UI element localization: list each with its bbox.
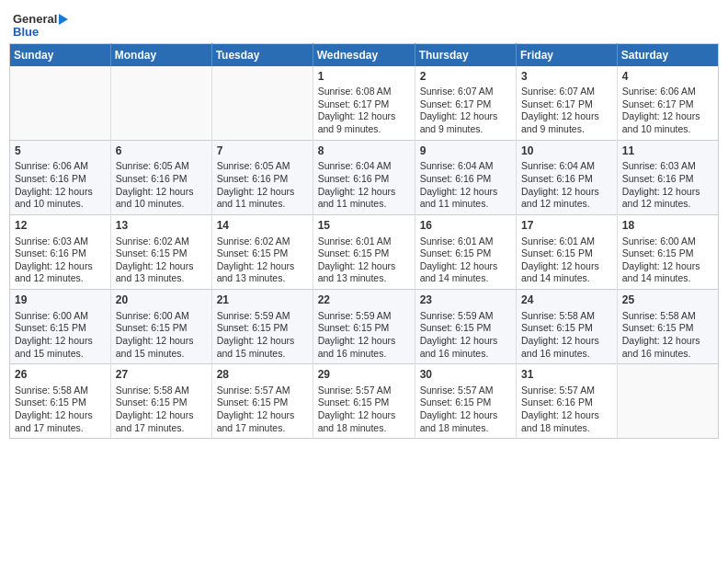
calendar-cell: 29Sunrise: 5:57 AM Sunset: 6:15 PM Dayli…	[313, 364, 415, 439]
day-number: 6	[116, 144, 207, 159]
calendar-cell: 28Sunrise: 5:57 AM Sunset: 6:15 PM Dayli…	[211, 364, 313, 439]
weekday-header-monday: Monday	[110, 43, 211, 66]
weekday-header-wednesday: Wednesday	[313, 43, 415, 66]
calendar-cell: 7Sunrise: 6:05 AM Sunset: 6:16 PM Daylig…	[211, 140, 313, 214]
calendar-week-row: 19Sunrise: 6:00 AM Sunset: 6:15 PM Dayli…	[10, 290, 719, 364]
day-number: 8	[318, 144, 410, 159]
day-number: 3	[521, 70, 612, 85]
day-info: Sunrise: 6:03 AM Sunset: 6:16 PM Dayligh…	[15, 236, 106, 286]
calendar-cell	[211, 66, 313, 141]
calendar-week-row: 26Sunrise: 5:58 AM Sunset: 6:15 PM Dayli…	[10, 364, 719, 439]
day-info: Sunrise: 6:06 AM Sunset: 6:16 PM Dayligh…	[15, 160, 106, 211]
calendar-cell: 31Sunrise: 5:57 AM Sunset: 6:16 PM Dayli…	[517, 364, 618, 439]
day-info: Sunrise: 5:58 AM Sunset: 6:15 PM Dayligh…	[116, 385, 207, 435]
day-number: 17	[521, 219, 612, 234]
day-number: 26	[15, 368, 106, 383]
calendar-cell: 2Sunrise: 6:07 AM Sunset: 6:17 PM Daylig…	[415, 66, 516, 141]
day-info: Sunrise: 5:57 AM Sunset: 6:15 PM Dayligh…	[420, 385, 511, 435]
day-info: Sunrise: 5:58 AM Sunset: 6:15 PM Dayligh…	[622, 310, 713, 361]
day-info: Sunrise: 6:04 AM Sunset: 6:16 PM Dayligh…	[521, 160, 612, 211]
calendar-cell: 23Sunrise: 5:59 AM Sunset: 6:15 PM Dayli…	[415, 290, 516, 364]
calendar-cell: 30Sunrise: 5:57 AM Sunset: 6:15 PM Dayli…	[415, 364, 516, 439]
calendar-cell: 4Sunrise: 6:06 AM Sunset: 6:17 PM Daylig…	[617, 66, 718, 141]
day-info: Sunrise: 6:04 AM Sunset: 6:16 PM Dayligh…	[420, 160, 511, 211]
day-number: 12	[15, 219, 106, 234]
day-number: 14	[217, 219, 308, 234]
page-header: General Blue	[9, 9, 719, 40]
calendar-cell: 9Sunrise: 6:04 AM Sunset: 6:16 PM Daylig…	[415, 140, 516, 214]
day-number: 25	[622, 293, 713, 308]
weekday-header-friday: Friday	[517, 43, 618, 66]
weekday-header-row: SundayMondayTuesdayWednesdayThursdayFrid…	[10, 43, 719, 66]
weekday-header-saturday: Saturday	[617, 43, 718, 66]
calendar-header: SundayMondayTuesdayWednesdayThursdayFrid…	[10, 43, 719, 66]
day-info: Sunrise: 6:01 AM Sunset: 6:15 PM Dayligh…	[420, 236, 511, 286]
day-number: 4	[622, 70, 713, 85]
calendar-table: SundayMondayTuesdayWednesdayThursdayFrid…	[9, 43, 719, 440]
calendar-week-row: 12Sunrise: 6:03 AM Sunset: 6:16 PM Dayli…	[10, 214, 719, 289]
calendar-cell: 24Sunrise: 5:58 AM Sunset: 6:15 PM Dayli…	[517, 290, 618, 364]
calendar-cell: 3Sunrise: 6:07 AM Sunset: 6:17 PM Daylig…	[517, 66, 618, 141]
day-info: Sunrise: 5:57 AM Sunset: 6:16 PM Dayligh…	[521, 385, 612, 435]
day-number: 11	[622, 144, 713, 159]
calendar-cell: 12Sunrise: 6:03 AM Sunset: 6:16 PM Dayli…	[10, 214, 111, 289]
title-block	[68, 9, 715, 11]
logo-text-blue: Blue	[13, 26, 39, 39]
logo-text-general: General	[13, 13, 57, 26]
day-info: Sunrise: 6:01 AM Sunset: 6:15 PM Dayligh…	[318, 236, 410, 286]
calendar-cell: 5Sunrise: 6:06 AM Sunset: 6:16 PM Daylig…	[10, 140, 111, 214]
day-info: Sunrise: 6:02 AM Sunset: 6:15 PM Dayligh…	[116, 236, 207, 286]
calendar-cell: 16Sunrise: 6:01 AM Sunset: 6:15 PM Dayli…	[415, 214, 516, 289]
day-info: Sunrise: 6:00 AM Sunset: 6:15 PM Dayligh…	[622, 236, 713, 286]
calendar-cell: 15Sunrise: 6:01 AM Sunset: 6:15 PM Dayli…	[313, 214, 415, 289]
calendar-cell: 19Sunrise: 6:00 AM Sunset: 6:15 PM Dayli…	[10, 290, 111, 364]
day-number: 22	[318, 293, 410, 308]
calendar-cell: 17Sunrise: 6:01 AM Sunset: 6:15 PM Dayli…	[517, 214, 618, 289]
day-info: Sunrise: 5:59 AM Sunset: 6:15 PM Dayligh…	[318, 310, 410, 361]
day-number: 5	[15, 144, 106, 159]
calendar-week-row: 1Sunrise: 6:08 AM Sunset: 6:17 PM Daylig…	[10, 66, 719, 141]
day-number: 1	[318, 70, 410, 85]
day-info: Sunrise: 5:58 AM Sunset: 6:15 PM Dayligh…	[521, 310, 612, 361]
calendar-cell: 8Sunrise: 6:04 AM Sunset: 6:16 PM Daylig…	[313, 140, 415, 214]
calendar-cell: 25Sunrise: 5:58 AM Sunset: 6:15 PM Dayli…	[617, 290, 718, 364]
weekday-header-sunday: Sunday	[10, 43, 111, 66]
day-number: 30	[420, 368, 511, 383]
day-info: Sunrise: 5:59 AM Sunset: 6:15 PM Dayligh…	[217, 310, 308, 361]
day-info: Sunrise: 6:08 AM Sunset: 6:17 PM Dayligh…	[318, 86, 410, 136]
day-info: Sunrise: 6:07 AM Sunset: 6:17 PM Dayligh…	[420, 86, 511, 136]
calendar-cell: 14Sunrise: 6:02 AM Sunset: 6:15 PM Dayli…	[211, 214, 313, 289]
day-number: 24	[521, 293, 612, 308]
weekday-header-thursday: Thursday	[415, 43, 516, 66]
day-info: Sunrise: 6:01 AM Sunset: 6:15 PM Dayligh…	[521, 236, 612, 286]
day-info: Sunrise: 5:57 AM Sunset: 6:15 PM Dayligh…	[318, 385, 410, 435]
day-info: Sunrise: 5:58 AM Sunset: 6:15 PM Dayligh…	[15, 385, 106, 435]
calendar-cell: 21Sunrise: 5:59 AM Sunset: 6:15 PM Dayli…	[211, 290, 313, 364]
day-number: 28	[217, 368, 308, 383]
day-number: 20	[116, 293, 207, 308]
calendar-cell: 13Sunrise: 6:02 AM Sunset: 6:15 PM Dayli…	[110, 214, 211, 289]
calendar-cell: 27Sunrise: 5:58 AM Sunset: 6:15 PM Dayli…	[110, 364, 211, 439]
calendar-week-row: 5Sunrise: 6:06 AM Sunset: 6:16 PM Daylig…	[10, 140, 719, 214]
day-number: 21	[217, 293, 308, 308]
calendar-cell	[10, 66, 111, 141]
day-number: 19	[15, 293, 106, 308]
logo: General Blue	[13, 13, 68, 40]
day-number: 10	[521, 144, 612, 159]
day-info: Sunrise: 6:00 AM Sunset: 6:15 PM Dayligh…	[15, 310, 106, 361]
day-number: 7	[217, 144, 308, 159]
day-info: Sunrise: 6:00 AM Sunset: 6:15 PM Dayligh…	[116, 310, 207, 361]
day-number: 31	[521, 368, 612, 383]
day-info: Sunrise: 5:57 AM Sunset: 6:15 PM Dayligh…	[217, 385, 308, 435]
calendar-cell: 18Sunrise: 6:00 AM Sunset: 6:15 PM Dayli…	[617, 214, 718, 289]
day-number: 23	[420, 293, 511, 308]
calendar-cell: 11Sunrise: 6:03 AM Sunset: 6:16 PM Dayli…	[617, 140, 718, 214]
day-info: Sunrise: 6:06 AM Sunset: 6:17 PM Dayligh…	[622, 86, 713, 136]
weekday-header-tuesday: Tuesday	[211, 43, 313, 66]
day-info: Sunrise: 6:04 AM Sunset: 6:16 PM Dayligh…	[318, 160, 410, 211]
day-number: 9	[420, 144, 511, 159]
day-info: Sunrise: 5:59 AM Sunset: 6:15 PM Dayligh…	[420, 310, 511, 361]
calendar-cell: 10Sunrise: 6:04 AM Sunset: 6:16 PM Dayli…	[517, 140, 618, 214]
calendar-cell: 6Sunrise: 6:05 AM Sunset: 6:16 PM Daylig…	[110, 140, 211, 214]
day-info: Sunrise: 6:07 AM Sunset: 6:17 PM Dayligh…	[521, 86, 612, 136]
